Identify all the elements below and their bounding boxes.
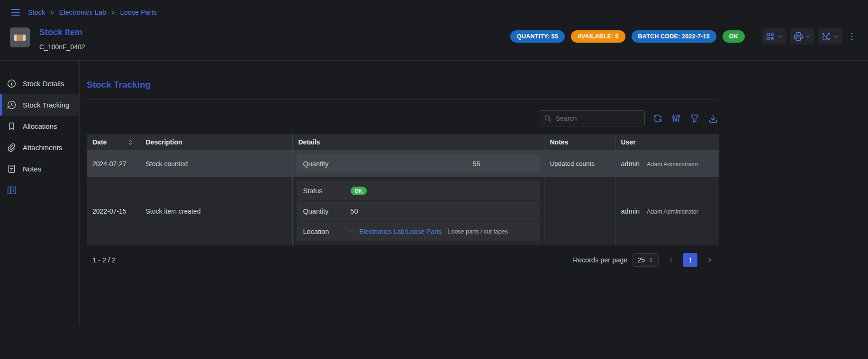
download-button[interactable]	[707, 113, 719, 124]
column-header-details[interactable]: Details	[292, 134, 544, 150]
content: Stock Details Stock Tracking Allocations…	[0, 61, 868, 326]
location-description: Loose parts / cut tapes	[448, 228, 508, 235]
user-cell: admin Adam Administrator	[615, 150, 719, 177]
search-input[interactable]	[556, 115, 640, 122]
table-footer: 1 - 2 / 2 Records per page 25 1	[87, 253, 719, 267]
pagination-controls: Records per page 25 1	[573, 253, 717, 267]
sidebar-item-label: Stock Details	[23, 80, 64, 88]
sidebar-item-label: Stock Tracking	[23, 101, 69, 109]
location-link[interactable]: Electronics Lab/Loose Parts	[359, 228, 442, 235]
chevron-right-icon	[706, 256, 714, 264]
previous-page-button[interactable]	[664, 253, 678, 267]
breadcrumb-electronics-lab[interactable]: Electronics Lab	[59, 9, 106, 16]
batch-code-badge: BATCH CODE: 2022-7-15	[632, 30, 716, 43]
dots-vertical-icon	[847, 31, 857, 42]
detail-status-row: Status OK	[297, 181, 540, 200]
table-header-row: Date Description Details Notes User	[87, 134, 719, 150]
breadcrumb-separator: >	[50, 9, 54, 16]
user-cell: admin Adam Administrator	[615, 177, 719, 245]
column-settings-button[interactable]	[670, 113, 682, 124]
refresh-button[interactable]	[652, 113, 663, 124]
page-1-button[interactable]: 1	[683, 253, 697, 267]
username: admin	[621, 207, 640, 215]
sidebar-item-stock-details[interactable]: Stock Details	[0, 73, 79, 94]
chevron-down-icon	[805, 34, 811, 40]
column-label: User	[621, 138, 636, 146]
sidebar-item-attachments[interactable]: Attachments	[0, 137, 79, 158]
records-per-page-select[interactable]: 25	[633, 253, 659, 267]
printer-icon	[793, 31, 804, 42]
records-per-page-value: 25	[637, 256, 645, 264]
main-panel: Stock Tracking	[80, 61, 719, 326]
chevron-down-icon	[833, 34, 839, 40]
sidebar-item-notes[interactable]: Notes	[0, 158, 79, 180]
sidebar-collapse-button[interactable]	[6, 184, 18, 197]
column-header-notes[interactable]: Notes	[544, 134, 615, 150]
sidebar: Stock Details Stock Tracking Allocations…	[0, 61, 79, 326]
paperclip-icon	[7, 143, 17, 153]
table-row[interactable]: 2022-07-15 Stock item created Status OK …	[87, 177, 719, 245]
info-icon	[7, 79, 17, 89]
detail-value: 55	[473, 160, 480, 168]
detail-quantity-row: Quantity 55	[297, 154, 540, 173]
capacitor-image	[14, 35, 26, 41]
column-header-date[interactable]: Date	[87, 134, 140, 150]
refresh-icon	[652, 113, 663, 124]
history-icon	[7, 100, 17, 110]
records-per-page-label: Records per page	[573, 256, 627, 264]
filter-icon	[689, 113, 700, 124]
more-options-button[interactable]	[846, 29, 858, 44]
detail-key: Status	[303, 187, 351, 195]
details-cell: Status OK Quantity 50 Location - Electro…	[292, 177, 544, 245]
date-cell: 2024-07-27	[87, 150, 140, 177]
bookmark-icon	[7, 121, 17, 131]
chevron-down-icon	[777, 34, 783, 40]
section-title: Stock Tracking	[87, 80, 719, 90]
column-header-description[interactable]: Description	[140, 134, 292, 150]
date-cell: 2022-07-15	[87, 177, 140, 245]
stock-item-thumbnail[interactable]	[10, 27, 30, 47]
user-fullname: Adam Administrator	[647, 208, 698, 215]
sidebar-collapse-icon	[7, 185, 17, 196]
description-cell: Stock counted	[140, 150, 292, 177]
notes-cell	[544, 177, 615, 245]
sidebar-item-allocations[interactable]: Allocations	[0, 116, 79, 137]
stock-item-header: Stock Item C_100nF_0402 QUANTITY: 55 AVA…	[0, 22, 868, 60]
sort-icon	[127, 139, 134, 146]
print-actions-button[interactable]	[790, 28, 814, 45]
notes-cell: Updated counts	[544, 150, 615, 177]
page-title: Stock Item	[39, 27, 85, 37]
username: admin	[621, 160, 640, 168]
adjustments-icon	[671, 113, 681, 124]
detail-quantity-row: Quantity 50	[297, 201, 540, 221]
detail-key: Location	[303, 228, 351, 235]
status-ok-badge: OK	[723, 30, 745, 43]
status-badges: QUANTITY: 55 AVAILABLE: 5 BATCH CODE: 20…	[510, 30, 745, 43]
filter-button[interactable]	[689, 113, 700, 124]
sidebar-item-label: Allocations	[23, 122, 57, 130]
available-badge: AVAILABLE: 5	[571, 30, 625, 43]
breadcrumb-separator: >	[111, 9, 115, 16]
next-page-button[interactable]	[703, 253, 717, 267]
details-cell: Quantity 55	[292, 150, 544, 177]
table-toolbar	[87, 110, 719, 126]
table-row[interactable]: 2024-07-27 Stock counted Quantity 55 Upd…	[87, 150, 719, 177]
download-icon	[708, 113, 718, 124]
status-ok-badge: OK	[351, 187, 367, 195]
user-fullname: Adam Administrator	[647, 161, 698, 168]
breadcrumb-loose-parts[interactable]: Loose Parts	[120, 9, 157, 16]
menu-icon[interactable]	[10, 7, 21, 18]
stock-actions-button[interactable]	[818, 28, 842, 45]
quantity-badge: QUANTITY: 55	[510, 30, 565, 43]
detail-key: Quantity	[303, 207, 351, 215]
search-box	[539, 110, 645, 126]
column-header-user[interactable]: User	[615, 134, 719, 150]
stock-item-name: C_100nF_0402	[39, 43, 85, 51]
breadcrumb-stock[interactable]: Stock	[28, 9, 45, 16]
barcode-actions-button[interactable]	[762, 28, 787, 45]
sidebar-item-stock-tracking[interactable]: Stock Tracking	[0, 94, 79, 116]
description-cell: Stock item created	[140, 177, 292, 245]
qrcode-icon	[765, 31, 776, 42]
header-actions	[762, 28, 858, 45]
search-icon	[544, 115, 552, 123]
